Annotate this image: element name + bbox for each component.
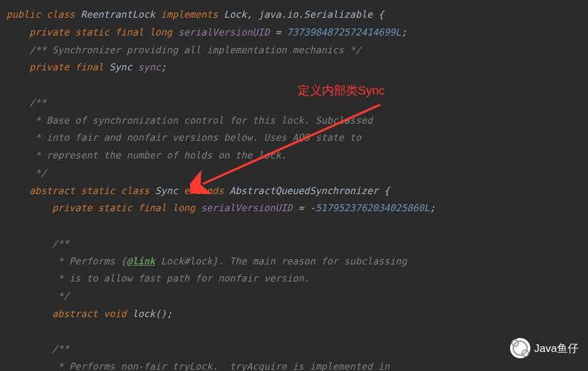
type-lock: Lock xyxy=(224,9,246,20)
keyword-class: class xyxy=(46,9,75,20)
code-block: public class ReentrantLock implements Lo… xyxy=(0,0,588,371)
code-line: * Base of synchronization control for th… xyxy=(6,112,588,130)
comment: /** Synchronizer providing all implement… xyxy=(29,44,361,56)
code-line: /** xyxy=(6,94,588,112)
code-line: * into fair and nonfair versions below. … xyxy=(6,129,588,147)
class-name: ReentrantLock xyxy=(80,9,155,20)
number-literal: 7373984872572414699L xyxy=(287,27,402,38)
code-line: /** xyxy=(6,341,588,358)
code-line: */ xyxy=(6,165,588,183)
code-line: * represent the number of holds on the l… xyxy=(6,147,588,165)
type-sync: Sync xyxy=(110,62,132,73)
code-line: /** Synchronizer providing all implement… xyxy=(6,42,588,60)
number-literal: 5179523762034025860L xyxy=(316,202,430,214)
code-line: private static final long serialVersionU… xyxy=(6,24,588,42)
code-line xyxy=(6,218,588,235)
code-line: * Performs {@link Lock#lock}. The main r… xyxy=(6,253,588,271)
code-line: * Performs non-fair tryLock. tryAcquire … xyxy=(6,358,588,371)
code-line: abstract void lock(); xyxy=(6,306,588,323)
class-sync: Sync xyxy=(155,185,178,197)
code-line: abstract static class Sync extends Abstr… xyxy=(6,183,588,200)
field-serialversionuid: serialVersionUID xyxy=(178,27,270,38)
keyword-public: public xyxy=(6,9,41,20)
code-line: */ xyxy=(6,288,588,306)
code-line xyxy=(6,77,588,94)
code-line: * is to allow fast path for nonfair vers… xyxy=(6,270,588,288)
code-line: private static final long serialVersionU… xyxy=(6,200,588,218)
type-serializable: java.io.Serializable xyxy=(258,9,373,20)
javadoc-link: @link xyxy=(127,256,155,267)
code-line xyxy=(6,323,588,341)
code-line: /** xyxy=(6,235,588,253)
keyword-implements: implements xyxy=(161,9,218,20)
code-line: private final Sync sync; xyxy=(6,59,588,77)
field-sync: sync xyxy=(138,62,161,73)
code-line: public class ReentrantLock implements Lo… xyxy=(6,6,588,24)
type-aqs: AbstractQueuedSynchronizer xyxy=(229,185,378,197)
method-lock: lock xyxy=(132,308,155,320)
